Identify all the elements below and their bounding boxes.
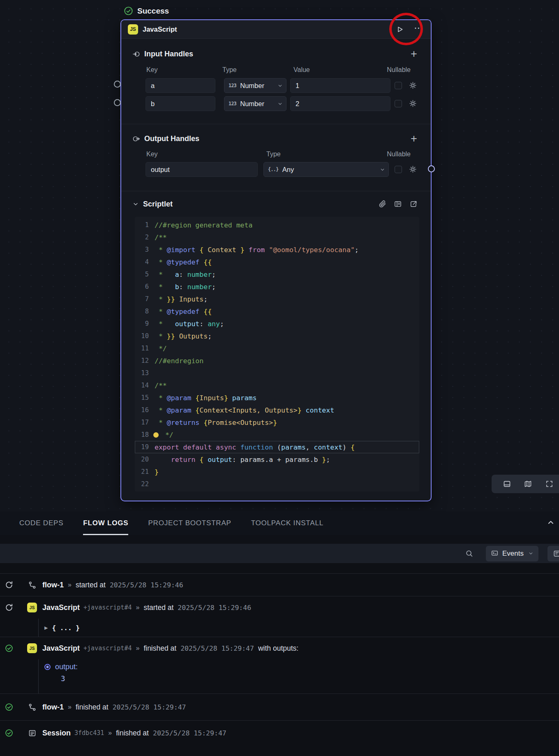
output-handle-row: {..}Any (146, 162, 431, 177)
log-separator: » (68, 581, 72, 589)
line-number: 5 (135, 271, 149, 278)
check-circle-icon (5, 728, 14, 737)
handle-type-select[interactable]: {..}Any (263, 162, 389, 177)
attachment-icon[interactable] (378, 200, 386, 208)
log-suffix: with outputs: (258, 644, 298, 653)
events-console-icon (491, 550, 499, 557)
code-line[interactable]: 22 (135, 478, 419, 490)
code-line[interactable]: 10 * }} Outputs; (135, 330, 419, 342)
log-action: finished at (76, 703, 109, 712)
code-line[interactable]: 21} (135, 466, 419, 478)
code-line[interactable]: 16 * @param {Context<Inputs, Outputs>} c… (135, 404, 419, 416)
scriptlet-header[interactable]: Scriptlet (132, 197, 173, 211)
flow-icon (27, 702, 37, 712)
canvas-toolbar (492, 475, 559, 493)
log-action: finished at (116, 729, 149, 737)
log-settings-button[interactable] (547, 546, 559, 561)
code-line[interactable]: 7 * }} Inputs; (135, 293, 419, 305)
log-entry[interactable]: flow-1»finished at2025/5/28 15:29:47 (0, 693, 559, 720)
javascript-icon: JS (27, 603, 37, 612)
tab-toolpack-install[interactable]: TOOLPACK INSTALL (251, 511, 323, 535)
gear-icon[interactable] (409, 165, 418, 174)
reader-panel-icon[interactable] (394, 200, 402, 208)
log-entry[interactable]: flow-1»started at2025/5/28 15:29:46 (0, 573, 559, 596)
line-number: 19 (135, 443, 149, 451)
session-icon (27, 728, 37, 738)
events-filter-dropdown[interactable]: Events (486, 546, 538, 561)
log-entry[interactable]: JSJavaScript+javascript#4»started at2025… (0, 596, 559, 637)
code-line[interactable]: 5 * a: number; (135, 268, 419, 281)
flow-logs-panel: flow-1»started at2025/5/28 15:29:46JSJav… (0, 563, 559, 756)
log-entry[interactable]: JSJavaScript+javascript#4»finished at202… (0, 637, 559, 693)
code-line[interactable]: 4 * @typedef {{ (135, 256, 419, 268)
output-key-label: output: (55, 663, 78, 671)
code-line[interactable]: 2/** (135, 231, 419, 243)
log-separator: » (68, 703, 72, 711)
node-card-javascript[interactable]: JS JavaScript ⋯ Input Handles + Key Type… (120, 19, 432, 501)
code-line[interactable]: 15 * @param {Inputs} params (135, 392, 419, 404)
collapsed-object-preview: { ... } (52, 624, 79, 632)
line-number: 18 (135, 431, 149, 438)
code-text: * output: any; (149, 320, 224, 328)
lightbulb-icon[interactable] (153, 432, 159, 438)
line-number: 14 (135, 382, 149, 389)
code-text: */ (149, 431, 173, 439)
chevron-down-icon (528, 551, 534, 556)
log-action: finished at (143, 644, 176, 653)
tab-flow-logs[interactable]: FLOW LOGS (83, 511, 128, 535)
nullable-checkbox[interactable] (395, 166, 402, 173)
code-line[interactable]: 11 */ (135, 342, 419, 355)
handle-key-input[interactable] (146, 162, 258, 177)
tab-project-bootstrap[interactable]: PROJECT BOOTSTRAP (148, 511, 231, 535)
code-line[interactable]: 13 (135, 367, 419, 379)
any-type-icon: {..} (268, 167, 279, 172)
output-port[interactable] (428, 165, 435, 172)
code-line[interactable]: 14/** (135, 379, 419, 392)
search-input[interactable] (7, 544, 465, 563)
code-line[interactable]: 17 * @returns {Promise<Outputs>} (135, 416, 419, 429)
code-text: * @typedef {{ (149, 308, 212, 315)
code-line[interactable]: 20 return { output: params.a + params.b … (135, 453, 419, 466)
log-action: started at (143, 603, 173, 612)
chevron-down-icon[interactable] (132, 201, 139, 207)
app-root: Success JS JavaScript ⋯ Input Handles + … (0, 0, 559, 756)
check-circle-icon (5, 644, 14, 653)
log-timestamp: 2025/5/28 15:29:47 (180, 645, 254, 652)
search-icon[interactable] (465, 549, 474, 558)
line-number: 7 (135, 295, 149, 303)
expand-arrow-icon[interactable]: ▶ (44, 625, 48, 631)
status-label: Success (137, 7, 169, 16)
map-icon[interactable] (524, 480, 532, 488)
code-line[interactable]: 19export default async function (params,… (135, 441, 419, 453)
code-line[interactable]: 18 */ (135, 429, 419, 441)
log-entry[interactable]: Session3fdbc431»finished at2025/5/28 15:… (0, 720, 559, 745)
line-number: 3 (135, 246, 149, 253)
log-source-name: JavaScript (42, 603, 80, 612)
panel-bottom-icon[interactable] (503, 480, 511, 488)
line-number: 15 (135, 394, 149, 401)
code-text: //#region generated meta (149, 221, 252, 229)
collapse-panel-chevron-up-icon[interactable] (546, 517, 556, 527)
fullscreen-icon[interactable] (545, 480, 554, 488)
line-number: 2 (135, 234, 149, 241)
code-editor[interactable]: 1//#region generated meta2/**3 * @import… (135, 217, 419, 492)
log-action: started at (76, 581, 106, 589)
code-line[interactable]: 1//#region generated meta (135, 219, 419, 231)
bottom-panel-tabs: CODE DEPSFLOW LOGSPROJECT BOOTSTRAPTOOLP… (0, 511, 559, 535)
code-text: * }} Inputs; (149, 295, 208, 303)
code-line[interactable]: 8 * @typedef {{ (135, 305, 419, 318)
input-port-b[interactable] (114, 99, 121, 106)
tab-code-deps[interactable]: CODE DEPS (19, 511, 63, 535)
code-line[interactable]: 9 * output: any; (135, 318, 419, 330)
output-dot-icon (44, 664, 51, 670)
input-port-a[interactable] (114, 81, 121, 88)
flow-canvas[interactable]: Success JS JavaScript ⋯ Input Handles + … (0, 0, 559, 511)
log-collapsed-object[interactable]: ▶{ ... } (38, 619, 559, 637)
open-external-icon[interactable] (409, 200, 418, 208)
check-circle-icon (5, 703, 14, 712)
code-line[interactable]: 6 * b: number; (135, 281, 419, 293)
code-text: //#endregion (149, 357, 203, 365)
code-line[interactable]: 12//#endregion (135, 355, 419, 367)
line-number: 13 (135, 369, 149, 377)
code-line[interactable]: 3 * @import { Context } from "@oomol/typ… (135, 243, 419, 256)
